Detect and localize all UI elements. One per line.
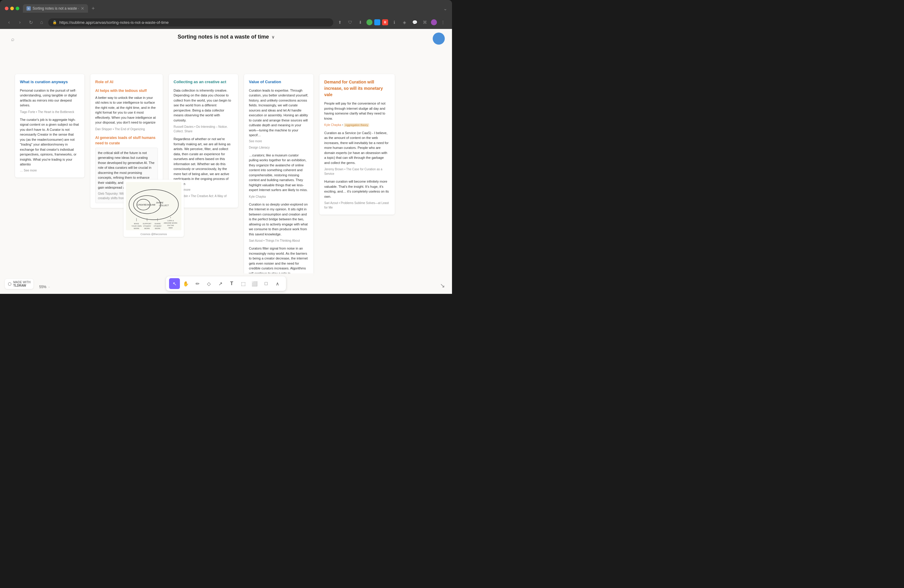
tab-close-button[interactable]: ✕: [81, 6, 84, 11]
arrow-tool[interactable]: ↗: [215, 278, 226, 289]
card-value-source1: Design Literacy: [249, 145, 308, 150]
user-avatar[interactable]: [433, 33, 445, 44]
url-text: https://sublime.app/canvas/sorting-notes…: [59, 20, 169, 25]
svg-text:CONSUME: CONSUME: [145, 204, 155, 206]
svg-text:COLLECT: COLLECT: [159, 204, 169, 207]
card-collecting-source1: Russell Davies • Do Interesting – Notice…: [174, 125, 233, 133]
svg-text:LURK &: LURK &: [167, 220, 174, 221]
canvas-title-dropdown[interactable]: ∨: [272, 35, 275, 40]
close-button[interactable]: [5, 6, 8, 10]
active-tab[interactable]: S Sorting notes is not a waste · ✕: [23, 4, 88, 13]
zoom-options[interactable]: ··: [48, 285, 50, 289]
draw-tool[interactable]: ✏: [192, 278, 203, 289]
card-demand-source3: Sari Azout • Problems Sublime Solves—at …: [324, 201, 390, 210]
frame-tool[interactable]: ⬜: [249, 278, 260, 289]
extension-icon-green[interactable]: [367, 19, 373, 25]
svg-text:OTHERS': OTHERS': [154, 225, 161, 227]
card-demand-for-curation[interactable]: Demand for Curation will increase, so wi…: [319, 74, 395, 215]
svg-text:MAKE: MAKE: [134, 223, 139, 224]
sidebar-icon[interactable]: ⌘: [420, 18, 429, 27]
nav-bar: ‹ › ↻ ⌂ 🔒 https://sublime.app/canvas/sor…: [0, 16, 452, 29]
tldraw-logo: ⬡: [8, 281, 11, 286]
text-tool[interactable]: T: [226, 278, 237, 289]
card-role-of-ai-sub1-title: AI helps with the tedious stuff: [95, 88, 158, 93]
card-value-para2: …curators; like a museum curator pulling…: [249, 153, 308, 193]
address-bar[interactable]: 🔒 https://sublime.app/canvas/sorting-not…: [48, 18, 333, 27]
card-collecting-para2: Regardless of whether or not we're forma…: [174, 136, 233, 186]
card-value-of-curation[interactable]: Value of Curation Curation leads to expe…: [244, 74, 313, 276]
card-what-is-curation-title: What is curation anyways: [20, 79, 79, 85]
minimize-button[interactable]: [10, 6, 14, 10]
tab-title: Sorting notes is not a waste ·: [33, 6, 79, 11]
extension-icon-gray[interactable]: ◈: [400, 18, 409, 27]
hand-tool[interactable]: ✋: [180, 278, 191, 289]
bottom-toolbar: ↖ ✋ ✏ ◇ ↗ T ⬚ ⬜ □ ∧: [0, 273, 452, 294]
card-demand-para1: People will pay for the convenience of n…: [324, 101, 390, 121]
fullscreen-button[interactable]: [16, 6, 19, 10]
svg-text:OTHERS': OTHERS': [143, 225, 151, 227]
card-role-of-ai-sub2-title: AI generates loads of stuff humans need …: [95, 135, 158, 146]
zoom-level: 55%: [39, 285, 46, 289]
profile-avatar[interactable]: [431, 19, 437, 25]
note-tool[interactable]: ⬚: [238, 278, 248, 289]
new-tab-button[interactable]: +: [90, 5, 96, 12]
info-icon[interactable]: ℹ: [390, 18, 398, 27]
canvas-area: ⌕ Sorting notes is not a waste of time ∨…: [0, 29, 452, 294]
download-icon[interactable]: ⬇: [356, 18, 365, 27]
canvas-header: ⌕ Sorting notes is not a waste of time ∨: [0, 29, 452, 45]
back-button[interactable]: ‹: [5, 18, 13, 27]
card-role-of-ai-title: Role of AI: [95, 79, 158, 85]
tldraw-badge: ⬡ MADE WITH TLDRAW: [5, 279, 33, 289]
forward-button[interactable]: ›: [16, 18, 24, 27]
aggregation-theory-badge: Aggregation theory: [344, 123, 369, 127]
title-bar: S Sorting notes is not a waste · ✕ + ⌄: [0, 0, 452, 16]
share-icon[interactable]: ⬆: [336, 18, 344, 27]
tab-area: S Sorting notes is not a waste · ✕ +: [23, 4, 439, 13]
extension-icon-red[interactable]: R: [382, 19, 388, 25]
image-caption: Cosmos @thecosmos: [126, 233, 182, 236]
security-icon: 🔒: [52, 20, 57, 24]
svg-text:SUPPORT: SUPPORT: [143, 223, 152, 224]
toolbar-tools: ↖ ✋ ✏ ◇ ↗ T ⬚ ⬜ □ ∧: [166, 277, 286, 291]
card-value-source3: Sari Azout • Things I'm Thinking About: [249, 239, 308, 243]
canvas-content[interactable]: What is curation anyways Personal curati…: [0, 50, 452, 276]
menu-button[interactable]: ⋮: [439, 18, 447, 27]
eraser-tool[interactable]: ◇: [204, 278, 214, 289]
canvas-title-area: Sorting notes is not a waste of time ∨: [177, 34, 274, 40]
browser-window: S Sorting notes is not a waste · ✕ + ⌄ ‹…: [0, 0, 452, 294]
search-button[interactable]: ⌕: [7, 34, 18, 44]
card-what-is-curation-para2: The curator's job is to aggregate high-s…: [20, 117, 79, 167]
tab-list-button[interactable]: ⌄: [443, 6, 447, 11]
tab-favicon: S: [27, 6, 31, 11]
chat-icon[interactable]: 💬: [411, 18, 419, 27]
svg-text:WEB: WEB: [168, 227, 173, 229]
card-collecting-para1: Data collection is inherently creative. …: [174, 88, 233, 123]
traffic-lights: [5, 6, 19, 10]
nav-actions: ⬆ 🛡 ⬇ R ℹ ◈ 💬 ⌘ ⋮: [336, 18, 447, 27]
svg-text:WORK: WORK: [155, 228, 161, 229]
shield-icon[interactable]: 🛡: [346, 18, 354, 27]
home-button[interactable]: ⌂: [37, 18, 46, 27]
svg-text:SHARE: SHARE: [156, 202, 163, 204]
card-what-is-curation[interactable]: What is curation anyways Personal curati…: [15, 74, 84, 177]
image-card-cosmos[interactable]: CREATE CONSUME SHARE COLLECT MAKE YOUR O…: [123, 180, 184, 237]
svg-text:ON THE: ON THE: [167, 224, 174, 226]
more-tools-button[interactable]: ∧: [272, 278, 283, 289]
svg-text:WORK: WORK: [144, 228, 150, 229]
reload-button[interactable]: ↻: [27, 18, 35, 27]
card-what-is-curation-source1: Tiago Forte • The Heart is the Bottlenec…: [20, 110, 79, 114]
card-what-is-curation-see-more[interactable]: … See more: [20, 168, 79, 173]
card-collecting-title: Collecting as an creative act: [174, 79, 233, 85]
card-value-para4: Curators filter signal from noise in an …: [249, 246, 308, 276]
card-what-is-curation-para1: Personal curation is the pursuit of self…: [20, 88, 79, 108]
svg-text:WORK: WORK: [134, 228, 139, 229]
card-demand-source1: Kyle Chayka • Aggregation theory: [324, 123, 390, 128]
card-value-see-more1[interactable]: See more: [249, 139, 308, 144]
card-role-of-ai-sub1-body: A better way to unlock the value in your…: [95, 95, 158, 125]
card-value-of-curation-para1: Curation leads to expertise. Through cur…: [249, 88, 308, 138]
card-demand-para2: Curation as a Service (or CaaS) - I beli…: [324, 131, 390, 166]
select-tool[interactable]: ↖: [169, 278, 180, 289]
zoom-indicator: 55% ··: [39, 285, 50, 289]
shape-tool[interactable]: □: [261, 278, 272, 289]
extension-icon-blue[interactable]: [374, 19, 380, 25]
